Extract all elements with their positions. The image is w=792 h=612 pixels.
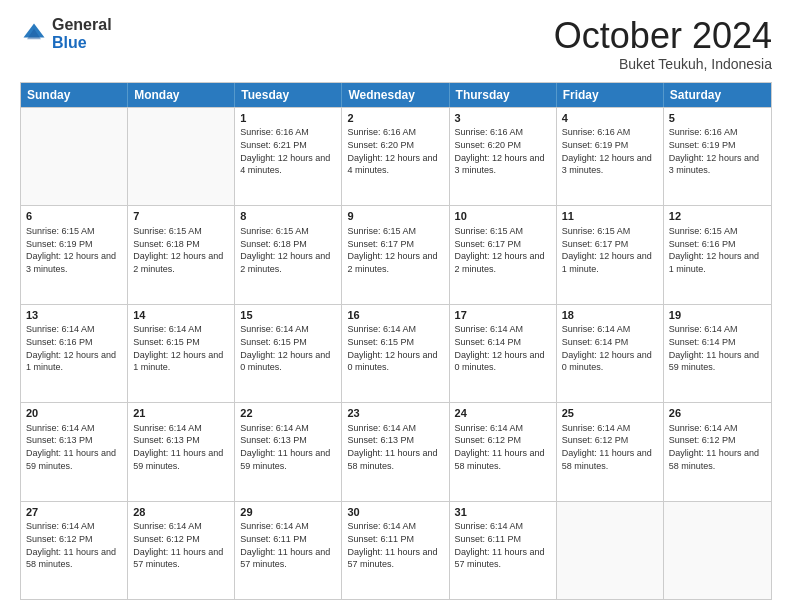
calendar-cell: 24Sunrise: 6:14 AM Sunset: 6:12 PM Dayli… [450, 403, 557, 500]
cell-info: Sunrise: 6:14 AM Sunset: 6:11 PM Dayligh… [347, 520, 443, 570]
day-number: 30 [347, 505, 443, 520]
cell-info: Sunrise: 6:15 AM Sunset: 6:17 PM Dayligh… [347, 225, 443, 275]
calendar-cell: 18Sunrise: 6:14 AM Sunset: 6:14 PM Dayli… [557, 305, 664, 402]
day-number: 3 [455, 111, 551, 126]
calendar-cell: 26Sunrise: 6:14 AM Sunset: 6:12 PM Dayli… [664, 403, 771, 500]
cell-info: Sunrise: 6:14 AM Sunset: 6:12 PM Dayligh… [26, 520, 122, 570]
day-number: 27 [26, 505, 122, 520]
day-number: 15 [240, 308, 336, 323]
calendar-row-2: 13Sunrise: 6:14 AM Sunset: 6:16 PM Dayli… [21, 304, 771, 402]
calendar-cell: 19Sunrise: 6:14 AM Sunset: 6:14 PM Dayli… [664, 305, 771, 402]
month-title: October 2024 [554, 16, 772, 56]
day-number: 19 [669, 308, 766, 323]
cell-info: Sunrise: 6:16 AM Sunset: 6:20 PM Dayligh… [347, 126, 443, 176]
cell-info: Sunrise: 6:14 AM Sunset: 6:15 PM Dayligh… [347, 323, 443, 373]
cell-info: Sunrise: 6:15 AM Sunset: 6:17 PM Dayligh… [562, 225, 658, 275]
calendar-cell: 12Sunrise: 6:15 AM Sunset: 6:16 PM Dayli… [664, 206, 771, 303]
day-number: 24 [455, 406, 551, 421]
calendar-cell: 1Sunrise: 6:16 AM Sunset: 6:21 PM Daylig… [235, 108, 342, 205]
header-day-tuesday: Tuesday [235, 83, 342, 107]
header-day-thursday: Thursday [450, 83, 557, 107]
calendar-row-0: 1Sunrise: 6:16 AM Sunset: 6:21 PM Daylig… [21, 107, 771, 205]
day-number: 13 [26, 308, 122, 323]
header-day-monday: Monday [128, 83, 235, 107]
page: General Blue October 2024 Buket Teukuh, … [0, 0, 792, 612]
calendar-cell: 29Sunrise: 6:14 AM Sunset: 6:11 PM Dayli… [235, 502, 342, 599]
calendar-cell: 3Sunrise: 6:16 AM Sunset: 6:20 PM Daylig… [450, 108, 557, 205]
calendar-cell: 31Sunrise: 6:14 AM Sunset: 6:11 PM Dayli… [450, 502, 557, 599]
calendar-cell: 2Sunrise: 6:16 AM Sunset: 6:20 PM Daylig… [342, 108, 449, 205]
day-number: 31 [455, 505, 551, 520]
calendar-cell: 21Sunrise: 6:14 AM Sunset: 6:13 PM Dayli… [128, 403, 235, 500]
calendar-cell: 17Sunrise: 6:14 AM Sunset: 6:14 PM Dayli… [450, 305, 557, 402]
cell-info: Sunrise: 6:15 AM Sunset: 6:18 PM Dayligh… [240, 225, 336, 275]
cell-info: Sunrise: 6:14 AM Sunset: 6:11 PM Dayligh… [455, 520, 551, 570]
cell-info: Sunrise: 6:14 AM Sunset: 6:15 PM Dayligh… [240, 323, 336, 373]
header: General Blue October 2024 Buket Teukuh, … [20, 16, 772, 72]
day-number: 22 [240, 406, 336, 421]
calendar-cell: 6Sunrise: 6:15 AM Sunset: 6:19 PM Daylig… [21, 206, 128, 303]
cell-info: Sunrise: 6:15 AM Sunset: 6:16 PM Dayligh… [669, 225, 766, 275]
location: Buket Teukuh, Indonesia [554, 56, 772, 72]
calendar-cell: 20Sunrise: 6:14 AM Sunset: 6:13 PM Dayli… [21, 403, 128, 500]
cell-info: Sunrise: 6:14 AM Sunset: 6:15 PM Dayligh… [133, 323, 229, 373]
calendar-body: 1Sunrise: 6:16 AM Sunset: 6:21 PM Daylig… [21, 107, 771, 599]
cell-info: Sunrise: 6:14 AM Sunset: 6:12 PM Dayligh… [562, 422, 658, 472]
logo-blue-text: Blue [52, 34, 112, 52]
calendar-cell: 27Sunrise: 6:14 AM Sunset: 6:12 PM Dayli… [21, 502, 128, 599]
day-number: 11 [562, 209, 658, 224]
calendar-cell: 10Sunrise: 6:15 AM Sunset: 6:17 PM Dayli… [450, 206, 557, 303]
day-number: 29 [240, 505, 336, 520]
calendar-cell: 9Sunrise: 6:15 AM Sunset: 6:17 PM Daylig… [342, 206, 449, 303]
calendar-header: SundayMondayTuesdayWednesdayThursdayFrid… [21, 83, 771, 107]
calendar-cell: 23Sunrise: 6:14 AM Sunset: 6:13 PM Dayli… [342, 403, 449, 500]
cell-info: Sunrise: 6:14 AM Sunset: 6:14 PM Dayligh… [455, 323, 551, 373]
cell-info: Sunrise: 6:15 AM Sunset: 6:18 PM Dayligh… [133, 225, 229, 275]
header-day-sunday: Sunday [21, 83, 128, 107]
calendar-row-3: 20Sunrise: 6:14 AM Sunset: 6:13 PM Dayli… [21, 402, 771, 500]
day-number: 16 [347, 308, 443, 323]
header-day-wednesday: Wednesday [342, 83, 449, 107]
calendar-cell: 13Sunrise: 6:14 AM Sunset: 6:16 PM Dayli… [21, 305, 128, 402]
logo-icon [20, 20, 48, 48]
calendar-cell: 11Sunrise: 6:15 AM Sunset: 6:17 PM Dayli… [557, 206, 664, 303]
calendar-cell: 16Sunrise: 6:14 AM Sunset: 6:15 PM Dayli… [342, 305, 449, 402]
cell-info: Sunrise: 6:16 AM Sunset: 6:20 PM Dayligh… [455, 126, 551, 176]
cell-info: Sunrise: 6:14 AM Sunset: 6:12 PM Dayligh… [133, 520, 229, 570]
day-number: 28 [133, 505, 229, 520]
calendar-row-1: 6Sunrise: 6:15 AM Sunset: 6:19 PM Daylig… [21, 205, 771, 303]
day-number: 1 [240, 111, 336, 126]
cell-info: Sunrise: 6:14 AM Sunset: 6:13 PM Dayligh… [26, 422, 122, 472]
calendar-cell: 14Sunrise: 6:14 AM Sunset: 6:15 PM Dayli… [128, 305, 235, 402]
day-number: 17 [455, 308, 551, 323]
calendar-cell: 28Sunrise: 6:14 AM Sunset: 6:12 PM Dayli… [128, 502, 235, 599]
calendar-cell: 8Sunrise: 6:15 AM Sunset: 6:18 PM Daylig… [235, 206, 342, 303]
day-number: 4 [562, 111, 658, 126]
calendar: SundayMondayTuesdayWednesdayThursdayFrid… [20, 82, 772, 600]
day-number: 20 [26, 406, 122, 421]
day-number: 12 [669, 209, 766, 224]
day-number: 18 [562, 308, 658, 323]
day-number: 2 [347, 111, 443, 126]
calendar-cell: 30Sunrise: 6:14 AM Sunset: 6:11 PM Dayli… [342, 502, 449, 599]
logo-text: General Blue [52, 16, 112, 51]
header-day-friday: Friday [557, 83, 664, 107]
cell-info: Sunrise: 6:14 AM Sunset: 6:13 PM Dayligh… [240, 422, 336, 472]
cell-info: Sunrise: 6:14 AM Sunset: 6:11 PM Dayligh… [240, 520, 336, 570]
day-number: 8 [240, 209, 336, 224]
day-number: 23 [347, 406, 443, 421]
cell-info: Sunrise: 6:14 AM Sunset: 6:13 PM Dayligh… [133, 422, 229, 472]
calendar-cell [557, 502, 664, 599]
cell-info: Sunrise: 6:15 AM Sunset: 6:19 PM Dayligh… [26, 225, 122, 275]
calendar-cell: 4Sunrise: 6:16 AM Sunset: 6:19 PM Daylig… [557, 108, 664, 205]
calendar-row-4: 27Sunrise: 6:14 AM Sunset: 6:12 PM Dayli… [21, 501, 771, 599]
day-number: 9 [347, 209, 443, 224]
day-number: 14 [133, 308, 229, 323]
calendar-cell: 7Sunrise: 6:15 AM Sunset: 6:18 PM Daylig… [128, 206, 235, 303]
cell-info: Sunrise: 6:14 AM Sunset: 6:16 PM Dayligh… [26, 323, 122, 373]
cell-info: Sunrise: 6:16 AM Sunset: 6:19 PM Dayligh… [562, 126, 658, 176]
day-number: 6 [26, 209, 122, 224]
title-block: October 2024 Buket Teukuh, Indonesia [554, 16, 772, 72]
cell-info: Sunrise: 6:15 AM Sunset: 6:17 PM Dayligh… [455, 225, 551, 275]
cell-info: Sunrise: 6:14 AM Sunset: 6:14 PM Dayligh… [562, 323, 658, 373]
